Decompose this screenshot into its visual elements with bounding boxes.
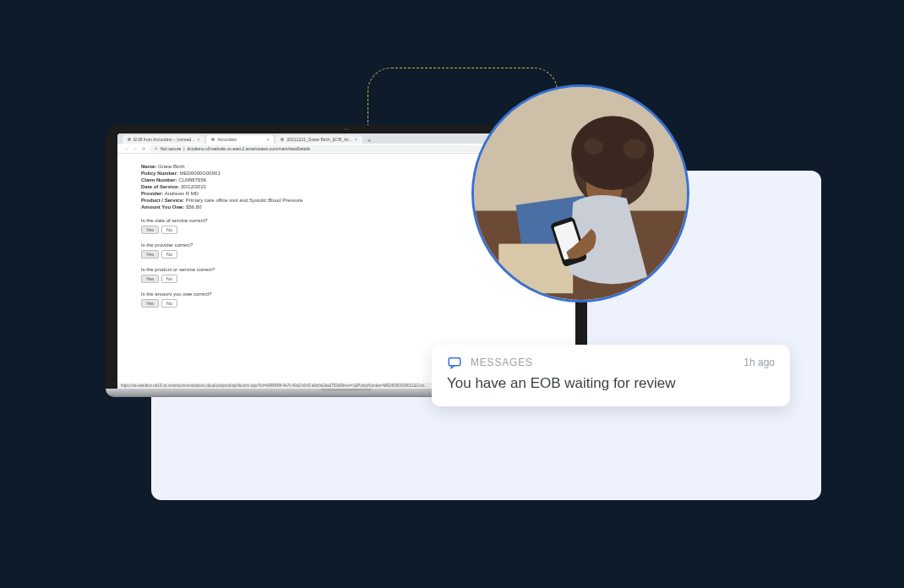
notification-body: You have an EOB waiting for review bbox=[447, 375, 775, 392]
browser-tab-active[interactable]: Accordant × bbox=[206, 135, 274, 144]
tab-label: Accordant bbox=[217, 137, 237, 142]
label: Product / Service: bbox=[141, 198, 184, 203]
svg-rect-12 bbox=[449, 358, 460, 366]
yes-button[interactable]: Yes bbox=[141, 250, 159, 259]
person-using-phone-illustration bbox=[474, 87, 687, 300]
tab-label: EOB from Accordant – (unread... bbox=[133, 137, 195, 142]
label: Name: bbox=[141, 164, 156, 169]
yes-button[interactable]: Yes bbox=[141, 299, 159, 308]
yes-button[interactable]: Yes bbox=[141, 275, 159, 283]
label: Amount You Owe: bbox=[141, 204, 184, 210]
forward-button[interactable]: → bbox=[133, 146, 138, 151]
url-text: dccdemo.s3-website.us-east-2.amazonaws.c… bbox=[188, 146, 311, 151]
favicon bbox=[128, 138, 131, 141]
close-icon[interactable]: × bbox=[355, 137, 357, 142]
laptop-camera bbox=[344, 128, 349, 130]
value: CLM987656 bbox=[178, 177, 206, 182]
lifestyle-photo bbox=[471, 84, 689, 302]
browser-tab[interactable]: EOB from Accordant – (unread... × bbox=[123, 135, 204, 144]
value: MED0000G00001 bbox=[180, 171, 221, 176]
value: $56.80 bbox=[186, 204, 201, 210]
no-button[interactable]: No bbox=[161, 226, 177, 234]
back-button[interactable]: ← bbox=[124, 146, 129, 151]
favicon bbox=[280, 138, 284, 141]
question-text: Is the amount you owe correct? bbox=[141, 291, 552, 297]
yes-button[interactable]: Yes bbox=[141, 226, 159, 234]
no-button[interactable]: No bbox=[161, 299, 177, 308]
value: 20/12/2021 bbox=[181, 184, 206, 189]
reload-button[interactable]: ⟳ bbox=[141, 146, 146, 151]
label: Date of Service: bbox=[141, 184, 179, 189]
svg-point-11 bbox=[593, 122, 619, 143]
value: Grace Birch bbox=[158, 164, 185, 169]
close-icon[interactable]: × bbox=[198, 137, 200, 142]
new-tab-button[interactable]: + bbox=[364, 138, 374, 144]
label: Claim Number: bbox=[141, 177, 177, 182]
favicon bbox=[211, 138, 215, 141]
value: Primary care office visit and Systolic B… bbox=[186, 198, 303, 203]
notification-time: 1h ago bbox=[743, 357, 775, 368]
no-button[interactable]: No bbox=[161, 275, 177, 283]
notification-header: MESSAGES 1h ago bbox=[447, 355, 775, 370]
browser-tab[interactable]: 20211221_Grace Birch_EOB_Ac... × bbox=[275, 135, 362, 144]
value: Andrews R MD bbox=[165, 191, 199, 196]
question-amount-owed: Is the amount you owe correct? Yes No bbox=[141, 291, 552, 308]
label: Provider: bbox=[141, 191, 163, 196]
svg-point-10 bbox=[624, 139, 646, 159]
notification-source: MESSAGES bbox=[471, 357, 533, 368]
question-product-service: Is the product or service correct? Yes N… bbox=[141, 267, 552, 283]
security-label: Not secure bbox=[161, 146, 181, 151]
label: Policy Number: bbox=[141, 171, 178, 176]
close-icon[interactable]: × bbox=[267, 137, 270, 142]
question-text: Is the product or service correct? bbox=[141, 267, 552, 272]
messages-icon bbox=[447, 355, 462, 370]
notification-card[interactable]: MESSAGES 1h ago You have an EOB waiting … bbox=[432, 345, 790, 406]
no-button[interactable]: No bbox=[161, 250, 177, 259]
tab-label: 20211221_Grace Birch_EOB_Ac... bbox=[286, 137, 352, 142]
not-secure-icon: ⚠ bbox=[155, 146, 158, 150]
